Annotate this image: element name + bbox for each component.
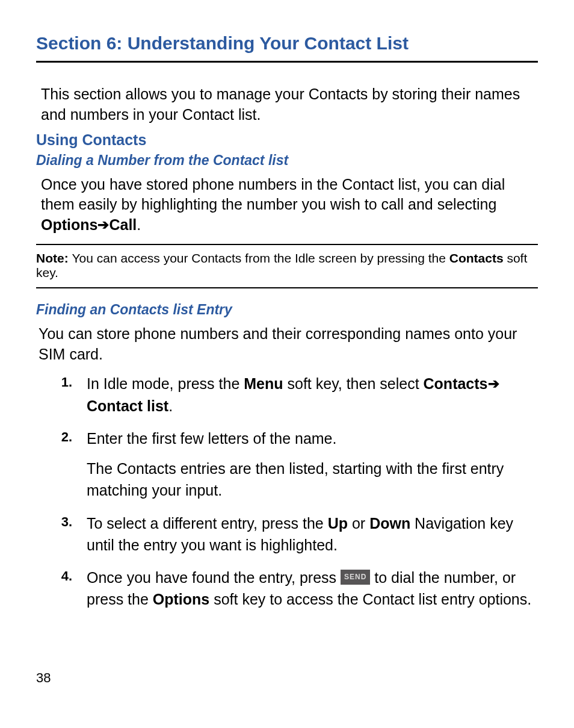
arrow-icon: ➔ <box>488 374 499 394</box>
text: . <box>137 216 141 233</box>
section-intro: This section allows you to manage your C… <box>36 84 538 125</box>
step-number: 1. <box>36 373 87 392</box>
menu-label: Menu <box>244 375 283 392</box>
text: You can access your Contacts from the Id… <box>72 251 449 265</box>
down-label: Down <box>369 515 410 532</box>
steps-list: 1. In Idle mode, press the Menu soft key… <box>36 373 538 610</box>
text: Once you have stored phone numbers in th… <box>41 176 505 213</box>
up-label: Up <box>328 515 348 532</box>
note-label: Note: <box>36 251 72 265</box>
step-2: 2. Enter the first few letters of the na… <box>36 428 538 502</box>
step-3: 3. To select a different entry, press th… <box>36 512 538 556</box>
contact-list-label: Contact list <box>87 397 168 414</box>
options-label: Options <box>41 216 97 233</box>
title-rule <box>36 61 538 63</box>
arrow-icon: ➔ <box>97 216 109 234</box>
contacts-label: Contacts <box>424 375 488 392</box>
section-title: Section 6: Understanding Your Contact Li… <box>36 33 538 54</box>
step-body: Enter the first few letters of the name.… <box>87 428 538 502</box>
text: In Idle mode, press the <box>87 375 244 392</box>
text: . <box>168 397 173 414</box>
note-text: Note: You can access your Contacts from … <box>36 251 538 280</box>
step-4: 4. Once you have found the entry, press … <box>36 567 538 611</box>
finding-paragraph: You can store phone numbers and their co… <box>36 324 538 365</box>
text: soft key to access the Contact list entr… <box>209 591 531 608</box>
page: Section 6: Understanding Your Contact Li… <box>0 0 574 728</box>
text: To select a different entry, press the <box>87 515 328 532</box>
heading-dialing: Dialing a Number from the Contact list <box>36 152 538 169</box>
text: or <box>348 515 369 532</box>
text: Enter the first few letters of the name. <box>87 428 538 449</box>
text: The Contacts entries are then listed, st… <box>87 458 538 502</box>
heading-finding: Finding an Contacts list Entry <box>36 302 538 318</box>
options-label: Options <box>153 591 209 608</box>
heading-using-contacts: Using Contacts <box>36 131 538 149</box>
step-body: Once you have found the entry, press SEN… <box>87 567 538 611</box>
page-number: 38 <box>36 670 51 686</box>
text: Once you have found the entry, press <box>87 569 341 586</box>
step-number: 3. <box>36 512 87 532</box>
text: soft key, then select <box>283 375 424 392</box>
dialing-paragraph: Once you have stored phone numbers in th… <box>36 175 538 235</box>
step-number: 4. <box>36 567 87 586</box>
step-number: 2. <box>36 428 87 447</box>
step-body: To select a different entry, press the U… <box>87 512 538 556</box>
call-label: Call <box>109 216 137 233</box>
step-1: 1. In Idle mode, press the Menu soft key… <box>36 373 538 417</box>
send-key-icon: SEND <box>341 570 370 584</box>
step-body: In Idle mode, press the Menu soft key, t… <box>87 373 538 417</box>
contacts-label: Contacts <box>449 251 504 265</box>
note-block: Note: You can access your Contacts from … <box>36 244 538 288</box>
